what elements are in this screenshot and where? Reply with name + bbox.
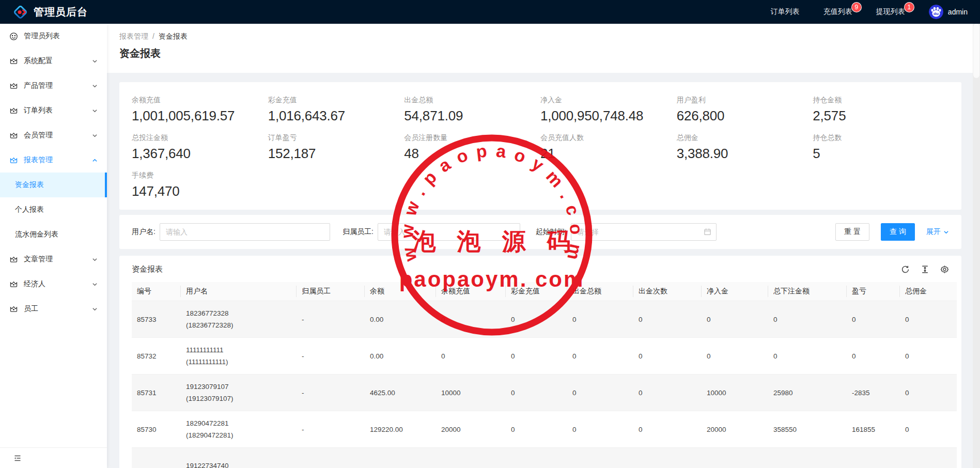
sidebar-item-label: 管理员列表 <box>24 32 98 41</box>
sidebar-item-article-mgmt[interactable]: 文章管理 <box>0 247 107 272</box>
expand-link[interactable]: 展开 <box>926 227 949 237</box>
crown-icon <box>9 82 18 90</box>
cell-value: 0 <box>506 375 567 411</box>
sidebar-item-label: 会员管理 <box>24 131 92 140</box>
sidebar-footer <box>0 447 107 468</box>
crown-icon <box>9 156 18 165</box>
table-header: 编号 用户名 归属员工 余额 余额充值 彩金充值 出金总额 出金次数 净入金 总… <box>132 282 957 301</box>
table-row: 8573211111111111(11111111111)-0.00000000… <box>132 338 957 375</box>
cell-username: 19122734740 <box>181 448 297 468</box>
sidebar-item-member-mgmt[interactable]: 会员管理 <box>0 123 107 148</box>
start-time-input[interactable] <box>571 223 717 241</box>
reset-button[interactable]: 重 置 <box>835 223 869 241</box>
staff-label: 归属员工: <box>343 227 374 237</box>
chevron-down-icon <box>92 133 98 138</box>
cell-value: 0 <box>436 301 506 338</box>
sidebar-item-staff[interactable]: 员工 <box>0 297 107 321</box>
user-chip[interactable]: du admin <box>929 5 968 19</box>
sidebar-item-label: 员工 <box>24 304 92 314</box>
content-area: 余额充值1,001,005,619.57 彩金充值1,016,643.67 出金… <box>107 73 973 468</box>
menu-fold-icon[interactable] <box>13 454 22 462</box>
nav-recharge-list[interactable]: 充值列表9 <box>823 7 852 17</box>
column-height-icon[interactable] <box>921 265 929 274</box>
page-title: 资金报表 <box>119 46 960 60</box>
cell-staff: - <box>297 411 365 448</box>
sidebar-item-order-list[interactable]: 订单列表 <box>0 98 107 123</box>
sidebar-item-broker[interactable]: 经济人 <box>0 272 107 297</box>
chevron-down-icon <box>92 257 98 262</box>
cell-value <box>365 448 436 468</box>
cell-value: 10000 <box>702 375 768 411</box>
sidebar-item-label: 产品管理 <box>24 81 92 90</box>
cell-value: 0 <box>702 301 768 338</box>
cell-value: 0 <box>436 338 506 375</box>
table-card: 资金报表 编号 用户名 归属员工 余额 余额充值 <box>119 256 961 468</box>
stat-balance-recharge: 余额充值1,001,005,619.57 <box>132 96 268 124</box>
vertical-scrollbar[interactable] <box>973 24 980 468</box>
avatar: du <box>929 5 943 19</box>
sidebar-subitem-commission-list[interactable]: 流水佣金列表 <box>0 222 107 247</box>
stat-member-recharged: 会员充值人数21 <box>540 133 677 162</box>
cell-staff: - <box>297 338 365 375</box>
cell-value: 25980 <box>768 375 847 411</box>
sidebar-item-admin-list[interactable]: 管理员列表 <box>0 24 107 49</box>
table-title: 资金报表 <box>132 264 163 274</box>
cell-value: 0 <box>506 301 567 338</box>
sidebar: 管理员列表 系统配置 产品管理 订单列表 会员管理 报表管理 <box>0 24 107 468</box>
sidebar-subitem-fund-report[interactable]: 资金报表 <box>0 173 107 197</box>
stats-card: 余额充值1,001,005,619.57 彩金充值1,016,643.67 出金… <box>119 82 961 210</box>
main-content: 报表管理 / 资金报表 资金报表 余额充值1,001,005,619.57 彩金… <box>107 24 973 468</box>
col-bonus-recharge: 彩金充值 <box>506 282 567 301</box>
cell-value: -2835 <box>847 375 900 411</box>
chevron-down-icon <box>92 108 98 114</box>
search-button[interactable]: 查 询 <box>881 223 915 241</box>
cell-value: 0 <box>847 301 900 338</box>
staff-input[interactable] <box>378 223 520 241</box>
nav-withdraw-list[interactable]: 提现列表1 <box>876 7 905 17</box>
reload-icon[interactable] <box>901 265 910 274</box>
col-balance-recharge: 余额充值 <box>436 282 506 301</box>
sidebar-subitem-personal-report[interactable]: 个人报表 <box>0 197 107 222</box>
sidebar-menu: 管理员列表 系统配置 产品管理 订单列表 会员管理 报表管理 <box>0 24 107 447</box>
col-username: 用户名 <box>181 282 297 301</box>
stat-total-commission: 总佣金3,388.90 <box>677 133 813 162</box>
sidebar-item-report-mgmt[interactable]: 报表管理 <box>0 148 107 173</box>
filter-card: 用户名: 归属员工: 起始时间: 重 置 查 询 展开 <box>119 215 961 249</box>
cell-serial <box>132 448 181 468</box>
col-pnl: 盈亏 <box>847 282 900 301</box>
cell-value: 20000 <box>436 411 506 448</box>
sidebar-item-system-config[interactable]: 系统配置 <box>0 49 107 73</box>
cell-value: 358550 <box>768 411 847 448</box>
stat-position-amount: 持仓金额2,575 <box>813 96 949 124</box>
chevron-down-icon <box>943 229 949 235</box>
stats-grid: 余额充值1,001,005,619.57 彩金充值1,016,643.67 出金… <box>132 96 949 199</box>
cell-value: 0 <box>768 338 847 375</box>
sidebar-item-product-mgmt[interactable]: 产品管理 <box>0 73 107 98</box>
scrollbar-thumb[interactable] <box>973 24 979 78</box>
nav-order-list[interactable]: 订单列表 <box>771 7 800 17</box>
stat-total-bet: 总投注金额1,367,640 <box>132 133 268 162</box>
table-body: 8573318236772328(18236772328)-0.00000000… <box>132 301 957 468</box>
breadcrumb-separator: / <box>152 32 154 41</box>
breadcrumb-parent[interactable]: 报表管理 <box>119 32 148 41</box>
cell-value <box>847 448 900 468</box>
sidebar-subitem-label: 资金报表 <box>15 180 44 190</box>
smile-icon <box>9 32 18 41</box>
cell-username: 18236772328(18236772328) <box>181 301 297 338</box>
cell-value: 0 <box>567 338 633 375</box>
svg-text:du: du <box>934 11 939 16</box>
sidebar-subitem-label: 流水佣金列表 <box>15 230 58 239</box>
stat-user-profit: 用户盈利626,800 <box>677 96 813 124</box>
cell-value: 0 <box>900 375 957 411</box>
gear-icon[interactable] <box>940 265 949 274</box>
stat-withdraw-total: 出金总额54,871.09 <box>404 96 540 124</box>
chevron-down-icon <box>92 58 98 64</box>
cell-value <box>436 448 506 468</box>
top-header: 管理员后台 订单列表 充值列表9 提现列表1 du admin <box>0 0 980 24</box>
crown-icon <box>9 57 18 66</box>
cell-value: 0 <box>768 301 847 338</box>
cell-value: 161855 <box>847 411 900 448</box>
username-input[interactable] <box>160 223 330 241</box>
cell-value: 0 <box>567 375 633 411</box>
cell-serial: 85732 <box>132 338 181 375</box>
